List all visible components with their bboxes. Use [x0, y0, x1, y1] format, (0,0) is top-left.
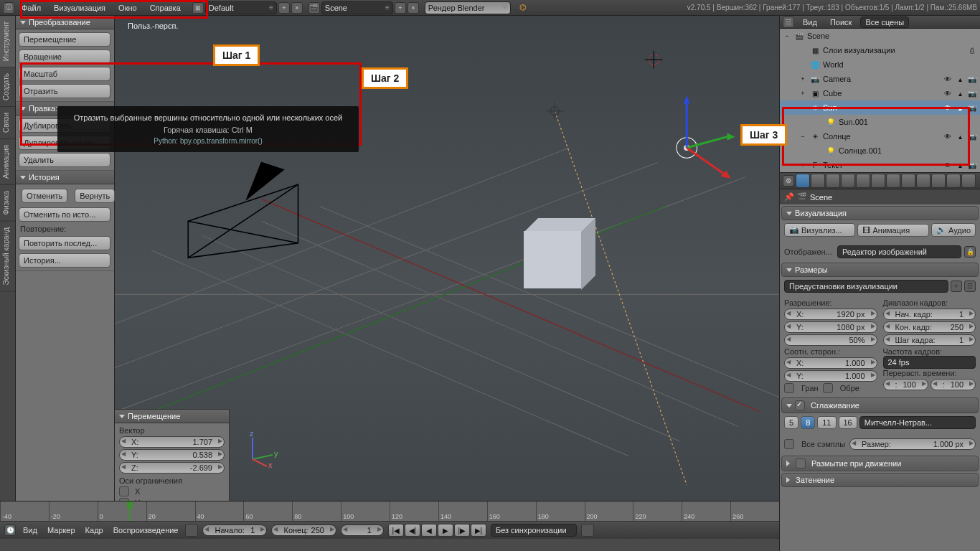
outliner-display-mode[interactable]: Все сцены	[860, 17, 909, 28]
tl-current-field[interactable]: 1	[341, 524, 384, 536]
scene-add-icon[interactable]: +	[395, 2, 406, 14]
menu-file[interactable]: Файл	[16, 1, 47, 14]
lock-icon[interactable]: 🔒	[964, 246, 976, 258]
res-x-field[interactable]: X:1920 px	[784, 309, 877, 320]
outliner-row[interactable]: +📷Camera👁▴📷	[780, 72, 980, 86]
history-panel-head[interactable]: История	[16, 171, 114, 184]
outliner-row[interactable]: ▦Слои визуализации⎙	[780, 43, 980, 57]
transform-panel-head[interactable]: Преобразование	[16, 16, 114, 29]
render-engine-select[interactable]: Рендер Blender	[425, 1, 511, 14]
scene-browse-icon[interactable]: 🎬	[308, 2, 320, 14]
mirror-button[interactable]: Отразить	[19, 84, 110, 98]
expand-icon[interactable]: −	[798, 133, 807, 140]
tl-view[interactable]: Вид	[20, 524, 40, 536]
fstep-field[interactable]: Шаг кадра:1	[883, 334, 976, 346]
ctx-particles-icon[interactable]	[946, 174, 961, 188]
outliner-row[interactable]: 🌐World	[780, 57, 980, 72]
res-scale-field[interactable]: 50%	[784, 334, 877, 346]
undo-button[interactable]: Отменить	[22, 189, 67, 203]
restrict-icon[interactable]: 📷	[967, 160, 977, 170]
tl-start-field[interactable]: Начало:1	[202, 524, 267, 536]
expand-icon[interactable]: −	[798, 104, 807, 111]
ctx-material-icon[interactable]	[916, 174, 930, 188]
restrict-icon[interactable]: 📷	[967, 103, 977, 113]
render-audio-button[interactable]: 🔊Аудио	[931, 223, 976, 237]
screen-layout-select[interactable]: Default	[205, 1, 277, 14]
fend-field[interactable]: Кон. кадр:250	[883, 321, 976, 333]
restrict-icon[interactable]: ▴	[955, 88, 965, 98]
ctx-data-icon[interactable]	[901, 174, 915, 188]
constraint-x-check[interactable]	[119, 486, 129, 496]
remap-new-field[interactable]: :100	[930, 379, 976, 390]
tl-marker[interactable]: Маркер	[44, 524, 78, 536]
layout-add-icon[interactable]: +	[278, 2, 290, 14]
restrict-icon[interactable]: ⎙	[967, 45, 977, 55]
dims-section-head[interactable]: Размеры	[781, 263, 979, 277]
tab-grease[interactable]: Эскизный каранд	[0, 222, 15, 291]
aa-section-head[interactable]: Сглаживание	[781, 397, 979, 413]
remap-old-field[interactable]: :100	[883, 379, 928, 390]
ctx-constraints-icon[interactable]	[871, 174, 885, 188]
ctx-object-icon[interactable]	[856, 174, 870, 188]
expand-icon[interactable]: +	[798, 75, 807, 83]
jump-end-icon[interactable]: ▶|	[471, 524, 486, 537]
restrict-icon[interactable]: 📷	[967, 131, 977, 141]
play-rev-icon[interactable]: ◀	[421, 524, 437, 537]
3d-viewport[interactable]: zyx Польз.-персп. (1) Sun Перемещение Ве…	[115, 16, 779, 551]
full-sample-check[interactable]	[784, 439, 794, 449]
expand-icon[interactable]: +	[798, 90, 807, 97]
timeline-ruler[interactable]: -40-200204060801001201401601802002202402…	[0, 501, 779, 522]
outliner-row[interactable]: 💡Солнце.001	[780, 143, 980, 158]
aa-enable-check[interactable]	[795, 400, 805, 410]
outliner-row[interactable]: −☀Sun👁▴📷	[780, 100, 980, 115]
translate-button[interactable]: Перемещение	[19, 32, 110, 47]
ctx-modifiers-icon[interactable]	[886, 174, 900, 188]
outliner-row[interactable]: +FТекст👁▴📷	[780, 158, 980, 172]
shading-section-head[interactable]: Затенение	[781, 473, 979, 487]
undo-history-button[interactable]: Отменить по исто...	[19, 207, 110, 222]
repeat-last-button[interactable]: Повторить послед...	[19, 236, 110, 250]
expand-icon[interactable]: +	[798, 161, 807, 169]
tl-playback[interactable]: Воспроизведение	[110, 524, 182, 536]
play-icon[interactable]: ▶	[438, 524, 453, 537]
op-z-field[interactable]: Z:-2.699	[119, 462, 225, 474]
timeline-editor-icon[interactable]: 🕓	[4, 524, 16, 536]
autokey-icon[interactable]	[581, 524, 594, 537]
scene-del-icon[interactable]: ×	[407, 2, 419, 14]
history-menu-button[interactable]: История...	[19, 253, 110, 268]
restrict-icon[interactable]: ▴	[955, 131, 965, 141]
tl-frame[interactable]: Кадр	[83, 524, 106, 536]
sync-mode-select[interactable]: Без синхронизации	[491, 524, 577, 537]
ctx-physics-icon[interactable]	[961, 174, 976, 188]
restrict-icon[interactable]: 👁	[943, 160, 953, 170]
ctx-layers-icon[interactable]	[811, 174, 825, 188]
res-y-field[interactable]: Y:1080 px	[784, 321, 877, 333]
layout-del-icon[interactable]: ×	[291, 2, 303, 14]
outliner-row[interactable]: 💡Sun.001	[780, 115, 980, 129]
tl-end-field[interactable]: Конец:250	[271, 524, 336, 536]
outliner-view-menu[interactable]: Вид	[798, 17, 821, 27]
outliner-editor-icon[interactable]: ☷	[783, 17, 794, 28]
samples-8[interactable]: 8	[801, 416, 815, 429]
fstart-field[interactable]: Нач. кадр:1	[883, 309, 976, 320]
op-x-field[interactable]: X:1.707	[119, 436, 225, 448]
display-mode-select[interactable]: Редактор изображений	[837, 245, 961, 258]
tab-relations[interactable]: Связи	[0, 107, 15, 139]
scene-select[interactable]: Scene	[321, 1, 393, 14]
redo-button[interactable]: Вернуть	[75, 189, 115, 203]
restrict-icon[interactable]: ▴	[955, 74, 965, 84]
restrict-icon[interactable]: 👁	[943, 88, 953, 98]
scale-button[interactable]: Масштаб	[19, 67, 110, 81]
ctx-render-icon[interactable]	[796, 174, 810, 188]
outliner-row[interactable]: +▣Cube👁▴📷	[780, 86, 980, 100]
tab-create[interactable]: Создать	[0, 67, 15, 107]
key-next-icon[interactable]: |▶	[454, 524, 470, 537]
tab-physics[interactable]: Физика	[0, 185, 15, 222]
restrict-icon[interactable]: ▴	[955, 160, 965, 170]
samples-11[interactable]: 11	[817, 416, 836, 429]
outliner[interactable]: −🎬Scene▦Слои визуализации⎙🌐World+📷Camera…	[780, 29, 980, 172]
playhead[interactable]	[129, 501, 131, 521]
restrict-icon[interactable]: 👁	[943, 131, 953, 141]
op-y-field[interactable]: Y:0.538	[119, 449, 225, 461]
asp-x-field[interactable]: X:1.000	[784, 357, 877, 369]
